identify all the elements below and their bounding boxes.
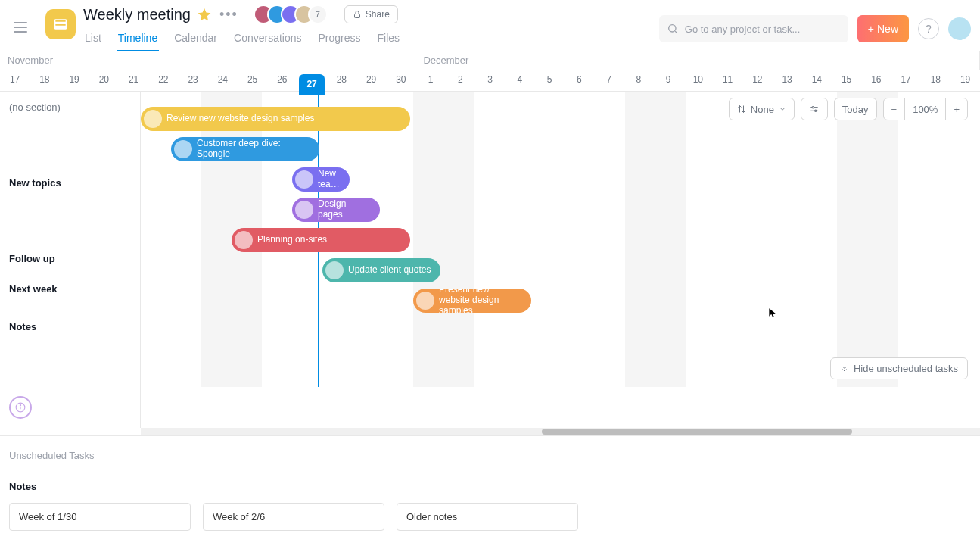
day-cell[interactable]: 19 xyxy=(60,70,89,91)
day-cell[interactable]: 20 xyxy=(89,70,119,91)
day-cell[interactable]: 3 xyxy=(475,70,505,91)
day-cell[interactable]: 21 xyxy=(119,70,148,91)
task-bar[interactable]: Customer deep dive: Spongle xyxy=(171,137,319,161)
hide-unscheduled-button[interactable]: Hide unscheduled tasks xyxy=(830,357,968,379)
day-cell[interactable]: 26 xyxy=(267,70,297,91)
topbar: Weekly meeting ••• 7 Share ListTimelineC… xyxy=(0,0,980,51)
day-cell[interactable]: 11 xyxy=(713,70,742,91)
day-cell[interactable]: 14 xyxy=(802,70,832,91)
tab-timeline[interactable]: Timeline xyxy=(117,29,159,51)
unscheduled-heading: Unscheduled Tasks xyxy=(9,450,971,461)
more-icon[interactable]: ••• xyxy=(218,8,240,21)
tab-progress[interactable]: Progress xyxy=(317,29,362,51)
assignee-avatar xyxy=(295,170,313,189)
day-cell[interactable]: 23 xyxy=(179,70,208,91)
day-cell[interactable]: 18 xyxy=(921,70,950,91)
section-label[interactable]: Follow up xyxy=(0,243,140,273)
day-cell[interactable]: 10 xyxy=(683,70,713,91)
day-cell[interactable]: 29 xyxy=(356,70,386,91)
task-label: Present new website design samples xyxy=(439,289,522,313)
new-button[interactable]: + New xyxy=(857,15,909,42)
day-cell[interactable]: 1 xyxy=(416,70,446,91)
day-cell[interactable]: 18 xyxy=(30,70,59,91)
tab-files[interactable]: Files xyxy=(376,29,402,51)
task-label: New tea… xyxy=(318,169,341,190)
day-cell[interactable]: 5 xyxy=(535,70,565,91)
task-bar[interactable]: Planning on-sites xyxy=(232,228,410,252)
tab-conversations[interactable]: Conversations xyxy=(232,29,303,51)
assignee-avatar xyxy=(416,292,434,310)
day-cell[interactable]: 2 xyxy=(446,70,475,91)
section-label[interactable]: Next week xyxy=(0,273,140,304)
plus-icon: + xyxy=(868,23,874,35)
section-label[interactable]: (no section) xyxy=(0,92,140,122)
day-cell[interactable]: 17 xyxy=(0,70,30,91)
day-cell[interactable]: 15 xyxy=(832,70,861,91)
day-cell[interactable]: 13 xyxy=(773,70,802,91)
share-label: Share xyxy=(366,9,390,20)
day-cell[interactable]: 16 xyxy=(861,70,891,91)
task-bar[interactable]: Update client quotes xyxy=(322,258,440,282)
svg-rect-2 xyxy=(55,27,67,29)
today-button[interactable]: Today xyxy=(834,98,877,120)
lock-icon xyxy=(353,10,362,19)
note-card[interactable]: Week of 1/30 xyxy=(9,503,191,531)
help-button[interactable]: ? xyxy=(918,18,939,39)
day-cell[interactable]: 24 xyxy=(208,70,238,91)
zoom-value[interactable]: 100% xyxy=(904,98,946,120)
zoom-in-button[interactable]: + xyxy=(945,98,968,120)
day-cell[interactable]: 12 xyxy=(742,70,772,91)
project-title[interactable]: Weekly meeting xyxy=(83,6,191,23)
unscheduled-panel: Unscheduled Tasks Notes Week of 1/30Week… xyxy=(0,435,980,544)
tab-calendar[interactable]: Calendar xyxy=(173,29,219,51)
sliders-icon xyxy=(809,104,820,114)
timeline-grid[interactable]: None Today − 100% + Hide unscheduled tas… xyxy=(141,92,980,387)
sort-button[interactable]: None xyxy=(729,98,795,120)
day-cell[interactable]: 28 xyxy=(327,70,356,91)
chevron-down-double-icon xyxy=(840,364,849,373)
task-bar[interactable]: Present new website design samples xyxy=(413,289,531,313)
day-cell[interactable]: 27 xyxy=(297,70,327,91)
svg-point-7 xyxy=(812,107,814,108)
day-cell[interactable]: 25 xyxy=(238,70,267,91)
day-cell[interactable]: 7 xyxy=(594,70,624,91)
task-bar[interactable]: Design pages xyxy=(292,198,380,222)
tab-list[interactable]: List xyxy=(83,29,103,51)
search-input[interactable] xyxy=(659,15,848,42)
settings-button[interactable] xyxy=(801,98,828,120)
info-icon xyxy=(15,402,26,413)
day-cell[interactable]: 6 xyxy=(565,70,594,91)
info-button[interactable] xyxy=(9,396,32,419)
member-avatars[interactable]: 7 xyxy=(254,5,328,24)
svg-point-12 xyxy=(20,405,20,406)
user-avatar[interactable] xyxy=(948,17,971,40)
task-label: Review new website design samples xyxy=(166,114,314,124)
zoom-out-button[interactable]: − xyxy=(883,98,906,120)
task-label: Planning on-sites xyxy=(257,235,327,245)
task-label: Design pages xyxy=(318,199,371,220)
section-label[interactable]: Notes xyxy=(0,304,140,349)
day-cell[interactable]: 4 xyxy=(505,70,534,91)
month-label: November xyxy=(0,51,415,70)
menu-icon[interactable] xyxy=(14,17,35,38)
day-cell[interactable]: 8 xyxy=(624,70,653,91)
section-label[interactable]: New topics xyxy=(0,122,140,243)
day-cell[interactable]: 17 xyxy=(891,70,921,91)
horizontal-scrollbar[interactable] xyxy=(141,428,980,435)
member-avatar[interactable]: 7 xyxy=(308,5,328,24)
share-button[interactable]: Share xyxy=(344,5,398,23)
scrollbar-thumb[interactable] xyxy=(542,429,852,435)
day-cell[interactable]: 22 xyxy=(148,70,178,91)
project-icon[interactable] xyxy=(45,9,76,39)
task-bar[interactable]: New tea… xyxy=(292,167,350,192)
svg-line-5 xyxy=(675,31,677,33)
note-card[interactable]: Week of 2/6 xyxy=(203,503,384,531)
task-bar[interactable]: Review new website design samples xyxy=(141,107,410,131)
chevron-down-icon xyxy=(779,105,786,113)
svg-point-9 xyxy=(814,110,816,111)
day-cell[interactable]: 30 xyxy=(386,70,415,91)
star-icon[interactable] xyxy=(197,7,212,22)
day-cell[interactable]: 19 xyxy=(950,70,980,91)
day-cell[interactable]: 9 xyxy=(654,70,683,91)
note-card[interactable]: Older notes xyxy=(397,503,578,531)
